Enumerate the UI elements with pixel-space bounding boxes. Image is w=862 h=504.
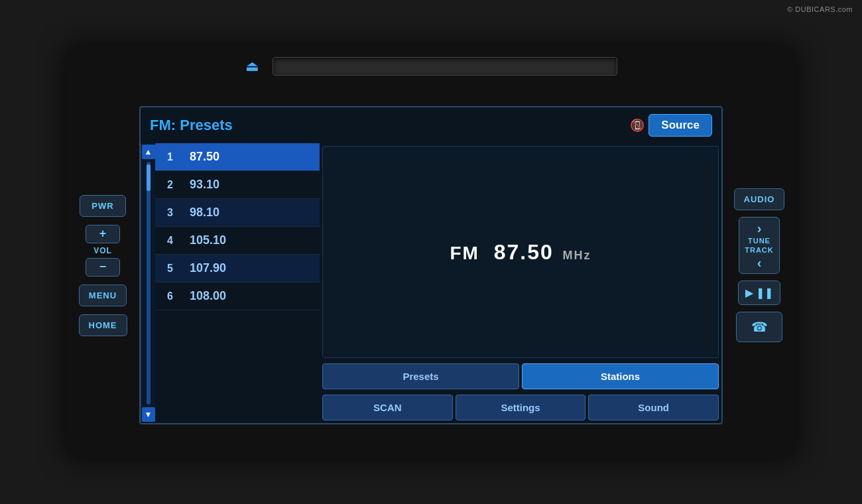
main-body: PWR + VOL − MENU HOME FM: Presets 📵 Sour… xyxy=(66,80,796,451)
source-button[interactable]: Source xyxy=(648,114,712,137)
preset-item-2[interactable]: 293.10 xyxy=(155,171,320,199)
vol-label: VOL xyxy=(93,246,112,255)
action-settings[interactable]: Settings xyxy=(456,395,586,420)
display-panel: FM 87.50 MHz PresetsStations SCANSetting… xyxy=(320,143,721,423)
menu-button[interactable]: MENU xyxy=(79,284,127,306)
preset-num: 1 xyxy=(167,151,183,163)
left-controls: PWR + VOL − MENU HOME xyxy=(73,195,133,336)
pwr-button[interactable]: PWR xyxy=(80,195,126,217)
preset-num: 5 xyxy=(167,263,183,275)
preset-freq: 98.10 xyxy=(190,206,219,220)
preset-list: 187.50293.10398.104105.105107.906108.00 xyxy=(155,143,320,423)
preset-num: 6 xyxy=(167,290,183,302)
scroll-thumb xyxy=(147,164,151,191)
preset-freq: 87.50 xyxy=(190,150,219,164)
action-sound[interactable]: Sound xyxy=(588,395,719,420)
preset-item-5[interactable]: 5107.90 xyxy=(155,255,320,283)
audio-button[interactable]: AUDIO xyxy=(734,188,785,210)
tab-stations[interactable]: Stations xyxy=(522,363,719,389)
scroll-track xyxy=(147,162,151,405)
tune-back-button[interactable]: ‹ xyxy=(757,256,762,269)
phone-signal-icon: 📵 xyxy=(630,118,645,133)
eject-button[interactable]: ⏏ xyxy=(245,58,259,75)
tab-buttons: PresetsStations xyxy=(320,361,721,392)
tune-forward-button[interactable]: › xyxy=(757,221,762,235)
scrollbar: ▲ ▼ xyxy=(141,143,155,423)
action-scan[interactable]: SCAN xyxy=(322,395,453,420)
tune-track-group: › TUNETRACK ‹ xyxy=(739,217,780,275)
band-label: FM xyxy=(450,243,479,263)
phone-button[interactable]: ☎ xyxy=(736,312,782,342)
fm-presets-title: FM: Presets xyxy=(150,117,233,134)
screen: FM: Presets 📵 Source ▲ ▼ xyxy=(139,106,723,424)
tab-presets[interactable]: Presets xyxy=(322,363,519,389)
preset-num: 2 xyxy=(167,179,183,191)
right-controls: AUDIO › TUNETRACK ‹ ▶ ❚❚ ☎ xyxy=(729,188,789,343)
preset-freq: 107.90 xyxy=(190,261,226,275)
source-btn-wrap: 📵 Source xyxy=(630,114,712,137)
top-bar: ⏏ xyxy=(66,53,796,80)
preset-item-3[interactable]: 398.10 xyxy=(155,199,320,227)
scroll-down-button[interactable]: ▼ xyxy=(142,407,155,422)
frequency-display: FM 87.50 MHz xyxy=(322,146,719,358)
preset-freq: 108.00 xyxy=(190,289,226,303)
scroll-up-button[interactable]: ▲ xyxy=(142,145,155,159)
preset-item-1[interactable]: 187.50 xyxy=(155,143,320,171)
preset-freq: 105.10 xyxy=(190,233,226,247)
screen-header: FM: Presets 📵 Source xyxy=(141,107,721,143)
preset-freq: 93.10 xyxy=(190,178,219,192)
preset-item-6[interactable]: 6108.00 xyxy=(155,283,320,310)
vol-plus-button[interactable]: + xyxy=(86,225,120,243)
frequency-value: 87.50 xyxy=(494,240,554,264)
home-button[interactable]: HOME xyxy=(79,314,127,336)
play-pause-button[interactable]: ▶ ❚❚ xyxy=(738,281,780,305)
screen-content: ▲ ▼ 187.50293.10398.104105.105107.906108… xyxy=(141,143,721,423)
preset-num: 3 xyxy=(167,207,183,219)
preset-num: 4 xyxy=(167,235,183,247)
cd-slot xyxy=(273,57,617,76)
tune-track-label: TUNETRACK xyxy=(745,236,774,255)
watermark: © DUBICARS.com xyxy=(787,5,853,13)
vol-group: + VOL − xyxy=(86,225,120,277)
preset-list-wrap: ▲ ▼ 187.50293.10398.104105.105107.906108… xyxy=(141,143,320,423)
frequency-unit: MHz xyxy=(563,249,591,262)
vol-minus-button[interactable]: − xyxy=(86,258,120,277)
preset-item-4[interactable]: 4105.10 xyxy=(155,227,320,255)
action-buttons: SCANSettingsSound xyxy=(320,392,721,423)
frequency-text: FM 87.50 MHz xyxy=(450,240,591,265)
car-unit: ⏏ PWR + VOL − MENU HOME FM: Presets 📵 So… xyxy=(66,46,796,458)
